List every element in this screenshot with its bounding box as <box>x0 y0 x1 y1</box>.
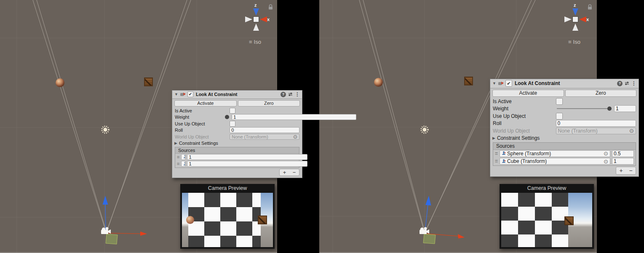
camera-frustum-lines <box>33 0 191 232</box>
source-row: = Cube (Transform) ⊙ <box>493 157 636 165</box>
projection-label: Iso <box>254 39 261 45</box>
transform-icon <box>183 154 185 159</box>
gizmo-left-axis-cone[interactable] <box>564 16 572 22</box>
look-at-constraint-icon <box>180 92 186 97</box>
activate-button[interactable]: Activate <box>492 90 564 97</box>
gizmo-z-axis-cone[interactable] <box>253 8 259 16</box>
lock-icon[interactable] <box>268 4 273 10</box>
object-picker-icon[interactable]: ⊙ <box>293 134 297 139</box>
transform-icon <box>502 151 506 156</box>
scene-sphere-object[interactable] <box>374 78 383 87</box>
add-remove-source-buttons: + − <box>616 167 636 175</box>
weight-slider[interactable] <box>556 105 612 113</box>
source-object-field[interactable]: Sphere (Transform) ⊙ <box>181 154 185 160</box>
add-source-button[interactable]: + <box>616 167 626 175</box>
gizmo-center-cube[interactable] <box>253 16 259 22</box>
scene-cube-object[interactable] <box>464 77 473 85</box>
add-remove-source-buttons: + − <box>279 169 299 176</box>
gizmo-bottom-axis-cone[interactable] <box>253 24 259 31</box>
sources-header: Sources <box>175 147 299 154</box>
component-title: Look At Constraint <box>515 80 560 86</box>
zero-button[interactable]: Zero <box>238 100 300 107</box>
use-up-object-label: Use Up Object <box>493 113 556 119</box>
drag-handle-icon[interactable]: = <box>177 161 179 166</box>
kebab-menu-icon[interactable]: ⋮ <box>295 91 300 97</box>
is-active-label: Is Active <box>493 99 556 104</box>
object-picker-icon[interactable]: ⊙ <box>629 128 634 133</box>
world-up-object-field[interactable]: None (Transform) ⊙ <box>556 128 636 134</box>
component-enabled-checkbox[interactable]: ✔ <box>505 80 512 87</box>
is-active-checkbox[interactable] <box>556 98 563 105</box>
slider-knob[interactable] <box>607 107 612 111</box>
component-enabled-checkbox[interactable]: ✔ <box>187 91 193 97</box>
gizmo-bottom-axis-cone[interactable] <box>572 24 578 31</box>
use-up-object-checkbox[interactable] <box>556 113 563 120</box>
gizmo-x-label: x <box>586 17 589 22</box>
is-active-checkbox[interactable] <box>230 108 235 114</box>
foldout-open-icon[interactable]: ▼ <box>492 82 496 85</box>
drag-handle-icon[interactable]: = <box>495 158 498 164</box>
scene-sphere-object[interactable] <box>56 78 64 87</box>
preview-cube <box>564 216 574 225</box>
world-up-object-field[interactable]: None (Transform) ⊙ <box>230 134 299 140</box>
kebab-menu-icon[interactable]: ⋮ <box>631 80 636 86</box>
drag-handle-icon[interactable]: = <box>177 154 179 160</box>
foldout-open-icon[interactable]: ▼ <box>174 93 178 96</box>
gizmo-x-axis-cone[interactable] <box>579 16 586 22</box>
foldout-closed-icon: ▶ <box>174 141 177 145</box>
camera-preview-title: Camera Preview <box>180 184 275 192</box>
source-weight-field[interactable] <box>612 158 634 165</box>
add-source-button[interactable]: + <box>280 169 289 176</box>
component-header: ▼ ✔ Look At Constraint ? ⋮ <box>490 79 639 88</box>
unity-editor-comparison: z x ≡ Iso <box>0 0 644 253</box>
object-picker-icon[interactable]: ⊙ <box>604 159 608 164</box>
projection-toggle[interactable]: ≡ Iso <box>568 39 580 45</box>
scene-cube-object[interactable] <box>144 77 153 86</box>
move-gizmo-plane-handle <box>106 234 118 244</box>
camera-preview-window: Camera Preview <box>180 184 275 249</box>
source-object-name: Sphere (Transform) <box>507 151 551 157</box>
zero-button[interactable]: Zero <box>565 90 637 97</box>
weight-label: Weight <box>493 106 556 112</box>
source-weight-field[interactable] <box>187 161 307 167</box>
gizmo-x-label: x <box>267 17 270 22</box>
roll-label: Roll <box>493 120 556 126</box>
preset-icon[interactable] <box>624 81 630 86</box>
projection-toggle[interactable]: ≡ Iso <box>249 39 261 45</box>
weight-value-field[interactable] <box>614 105 636 112</box>
remove-source-button[interactable]: − <box>289 169 299 176</box>
preset-icon[interactable] <box>288 92 293 97</box>
help-icon[interactable]: ? <box>617 81 623 86</box>
gizmo-z-axis-cone[interactable] <box>572 8 578 16</box>
sources-header-label: Sources <box>178 148 195 153</box>
activate-button[interactable]: Activate <box>174 100 237 107</box>
drag-handle-icon[interactable]: = <box>495 151 498 157</box>
roll-value-field[interactable] <box>230 127 299 133</box>
source-object-field[interactable]: Cube (Transform) ⊙ <box>181 161 185 167</box>
camera-preview-window: Camera Preview <box>500 184 594 249</box>
gizmo-x-axis-cone[interactable] <box>260 16 267 22</box>
gizmo-center-cube[interactable] <box>572 16 578 22</box>
object-picker-icon[interactable]: ⊙ <box>604 151 608 156</box>
source-object-field[interactable]: Sphere (Transform) ⊙ <box>500 150 610 157</box>
world-up-object-label: World Up Object <box>493 128 556 134</box>
source-object-field[interactable]: Cube (Transform) ⊙ <box>500 158 610 165</box>
source-object-name: Cube (Transform) <box>507 158 547 164</box>
move-gizmo-z-axis <box>103 196 108 232</box>
source-weight-field-focused[interactable] <box>612 150 634 157</box>
constraint-settings-foldout[interactable]: ▶ Constraint Settings <box>172 140 302 147</box>
move-gizmo-plane-handle <box>423 234 436 244</box>
lock-icon[interactable] <box>588 4 592 10</box>
source-row: = Sphere (Transform) ⊙ <box>493 150 636 158</box>
gizmo-z-label: z <box>574 3 576 8</box>
source-row: = Cube (Transform) ⊙ <box>175 160 299 168</box>
weight-value-field[interactable] <box>232 114 356 120</box>
gizmo-left-axis-cone[interactable] <box>245 16 252 22</box>
use-up-object-checkbox[interactable] <box>230 121 235 127</box>
roll-value-field[interactable] <box>556 120 636 127</box>
constraint-settings-foldout[interactable]: ▶ Constraint Settings <box>490 135 639 142</box>
remove-source-button[interactable]: − <box>626 167 636 175</box>
help-icon[interactable]: ? <box>281 92 286 97</box>
source-weight-field[interactable] <box>187 154 307 160</box>
preview-sphere <box>186 216 194 224</box>
